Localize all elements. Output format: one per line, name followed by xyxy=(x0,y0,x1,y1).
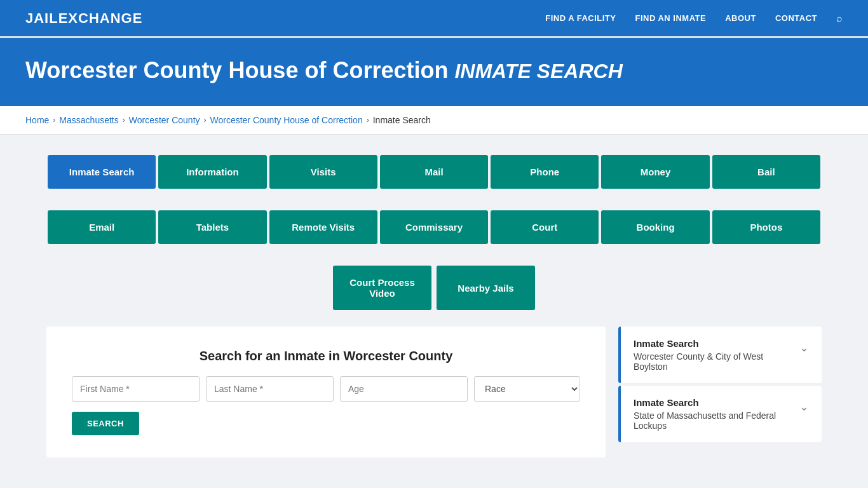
tab-email[interactable]: Email xyxy=(48,210,156,244)
breadcrumb-home[interactable]: Home xyxy=(25,115,49,125)
breadcrumb-facility[interactable]: Worcester County House of Correction xyxy=(210,115,363,125)
header-search-icon[interactable]: ⌕ xyxy=(836,13,843,24)
logo-exchange: EXCHANGE xyxy=(58,10,143,26)
main-content: Inmate Search Information Visits Mail Ph… xyxy=(21,135,847,477)
search-title: Search for an Inmate in Worcester County xyxy=(72,349,580,363)
main-nav: FIND A FACILITY FIND AN INMATE ABOUT CON… xyxy=(545,13,843,24)
sidebar-item-1-sub: State of Massachusetts and Federal Locku… xyxy=(634,410,799,431)
tab-photos[interactable]: Photos xyxy=(712,210,820,244)
sidebar-item-1-title: Inmate Search xyxy=(634,397,799,408)
nav-find-facility[interactable]: FIND A FACILITY xyxy=(545,13,616,23)
sidebar-item-0-sub: Worcester County & City of West Boylston xyxy=(634,351,799,372)
tab-tablets[interactable]: Tablets xyxy=(158,210,266,244)
tab-mail[interactable]: Mail xyxy=(380,155,488,189)
sidebar-item-0[interactable]: Inmate Search Worcester County & City of… xyxy=(618,327,822,383)
tab-court-process-video[interactable]: Court Process Video xyxy=(333,266,431,310)
sidebar: Inmate Search Worcester County & City of… xyxy=(618,327,822,445)
first-name-input[interactable] xyxy=(72,376,200,402)
breadcrumb-massachusetts[interactable]: Massachusetts xyxy=(59,115,118,125)
breadcrumb-current: Inmate Search xyxy=(373,115,431,125)
tab-information[interactable]: Information xyxy=(158,155,266,189)
chevron-down-icon-2: ⌄ xyxy=(799,400,809,414)
chevron-down-icon: ⌄ xyxy=(799,341,809,355)
tab-visits[interactable]: Visits xyxy=(269,155,377,189)
race-select[interactable]: Race xyxy=(474,376,580,402)
tab-row-2: Email Tablets Remote Visits Commissary C… xyxy=(46,209,822,245)
tab-row-3: Court Process Video Nearby Jails xyxy=(46,264,822,311)
nav-about[interactable]: ABOUT xyxy=(725,13,756,23)
last-name-input[interactable] xyxy=(206,376,334,402)
tab-money[interactable]: Money xyxy=(601,155,709,189)
site-logo[interactable]: JAILEXCHANGE xyxy=(25,10,142,27)
search-panel: Search for an Inmate in Worcester County… xyxy=(46,327,606,458)
tab-phone[interactable]: Phone xyxy=(491,155,599,189)
nav-find-inmate[interactable]: FIND AN INMATE xyxy=(635,13,706,23)
tab-court[interactable]: Court xyxy=(491,210,599,244)
sidebar-item-1[interactable]: Inmate Search State of Massachusetts and… xyxy=(618,386,822,442)
tab-commissary[interactable]: Commissary xyxy=(380,210,488,244)
breadcrumb: Home › Massachusetts › Worcester County … xyxy=(0,106,868,135)
age-input[interactable] xyxy=(340,376,468,402)
tab-booking[interactable]: Booking xyxy=(601,210,709,244)
tab-remote-visits[interactable]: Remote Visits xyxy=(269,210,377,244)
page-title: Worcester County House of Correction INM… xyxy=(25,57,843,84)
tab-inmate-search[interactable]: Inmate Search xyxy=(48,155,156,189)
search-fields: Race xyxy=(72,376,580,402)
sidebar-item-0-title: Inmate Search xyxy=(634,338,799,349)
nav-contact[interactable]: CONTACT xyxy=(775,13,817,23)
tab-bail[interactable]: Bail xyxy=(712,155,820,189)
content-row: Search for an Inmate in Worcester County… xyxy=(46,327,822,458)
search-button[interactable]: SEARCH xyxy=(72,412,139,435)
site-header: JAILEXCHANGE FIND A FACILITY FIND AN INM… xyxy=(0,0,868,38)
tab-row-1: Inmate Search Information Visits Mail Ph… xyxy=(46,154,822,190)
breadcrumb-worcester-county[interactable]: Worcester County xyxy=(129,115,200,125)
tab-nearby-jails[interactable]: Nearby Jails xyxy=(437,266,535,310)
logo-jail: JAIL xyxy=(25,10,58,26)
hero-section: Worcester County House of Correction INM… xyxy=(0,38,868,106)
